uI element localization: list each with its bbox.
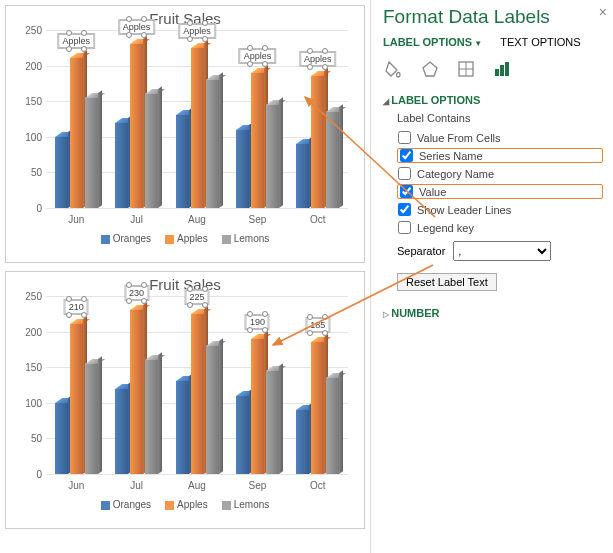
bar-lemons[interactable] [326, 112, 339, 208]
close-icon[interactable]: × [599, 4, 607, 20]
tab-label-options[interactable]: LABEL OPTIONS [383, 36, 482, 48]
opt-category-name[interactable]: Category Name [397, 166, 603, 181]
bar-apples[interactable]: Apples [251, 73, 264, 208]
bar-lemons[interactable] [145, 94, 158, 208]
bar-oranges[interactable] [296, 410, 309, 474]
bar-oranges[interactable] [55, 137, 68, 208]
bar-lemons[interactable] [266, 105, 279, 208]
bar-lemons[interactable] [145, 360, 158, 474]
chart-legend: OrangesApplesLemons [16, 499, 354, 510]
bar-apples[interactable]: 230 [130, 310, 143, 474]
bar-apples[interactable]: Apples [130, 44, 143, 208]
opt-legend-key[interactable]: Legend key [397, 220, 603, 235]
bar-lemons[interactable] [85, 98, 98, 208]
reset-label-button[interactable]: Reset Label Text [397, 273, 497, 291]
bar-lemons[interactable] [266, 371, 279, 474]
bar-oranges[interactable] [176, 381, 189, 474]
format-panel: × Format Data Labels LABEL OPTIONS TEXT … [370, 0, 613, 553]
bar-apples[interactable]: 185 [311, 342, 324, 474]
svg-rect-4 [505, 62, 509, 76]
tab-text-options[interactable]: TEXT OPTIONS [500, 36, 580, 48]
data-label[interactable]: Apples [179, 24, 215, 38]
opt-series-name[interactable]: Series Name [397, 148, 603, 163]
separator-select[interactable]: , [453, 241, 551, 261]
bar-oranges[interactable] [296, 144, 309, 208]
bar-lemons[interactable] [85, 364, 98, 474]
data-label[interactable]: Apples [240, 49, 276, 63]
svg-marker-0 [423, 62, 437, 76]
bar-oranges[interactable] [55, 403, 68, 474]
bar-oranges[interactable] [236, 396, 249, 474]
bar-oranges[interactable] [115, 389, 128, 474]
bar-apples[interactable]: 225 [191, 314, 204, 474]
bar-lemons[interactable] [206, 80, 219, 208]
svg-rect-2 [495, 69, 499, 76]
section-label-options[interactable]: LABEL OPTIONS [383, 94, 603, 106]
bar-oranges[interactable] [115, 123, 128, 208]
effects-icon[interactable] [419, 58, 441, 80]
charts-column: Fruit Sales050100150200250ApplesApplesAp… [0, 0, 370, 553]
bar-apples[interactable]: Apples [191, 48, 204, 208]
opt-show-leader[interactable]: Show Leader Lines [397, 202, 603, 217]
data-label[interactable]: Apples [300, 52, 336, 66]
bar-oranges[interactable] [176, 115, 189, 208]
bar-lemons[interactable] [326, 378, 339, 474]
size-icon[interactable] [455, 58, 477, 80]
bar-apples[interactable]: Apples [70, 58, 83, 208]
chart-bottom[interactable]: Fruit Sales05010015020025021023022519018… [5, 271, 365, 529]
opt-value[interactable]: Value [397, 184, 603, 199]
bar-apples[interactable]: 210 [70, 324, 83, 474]
panel-title: Format Data Labels [383, 6, 603, 28]
section-number[interactable]: NUMBER [383, 307, 603, 319]
chart-legend: OrangesApplesLemons [16, 233, 354, 244]
bar-apples[interactable]: Apples [311, 76, 324, 208]
chart-top[interactable]: Fruit Sales050100150200250ApplesApplesAp… [5, 5, 365, 263]
data-label[interactable]: Apples [119, 20, 155, 34]
opt-value-from-cells[interactable]: Value From Cells [397, 130, 603, 145]
chart-options-icon[interactable] [491, 58, 513, 80]
bar-lemons[interactable] [206, 346, 219, 474]
fill-icon[interactable] [383, 58, 405, 80]
bar-oranges[interactable] [236, 130, 249, 208]
label-contains-heading: Label Contains [397, 112, 603, 124]
svg-rect-3 [500, 65, 504, 76]
data-label[interactable]: Apples [58, 34, 94, 48]
bar-apples[interactable]: 190 [251, 339, 264, 474]
separator-label: Separator [397, 245, 445, 257]
